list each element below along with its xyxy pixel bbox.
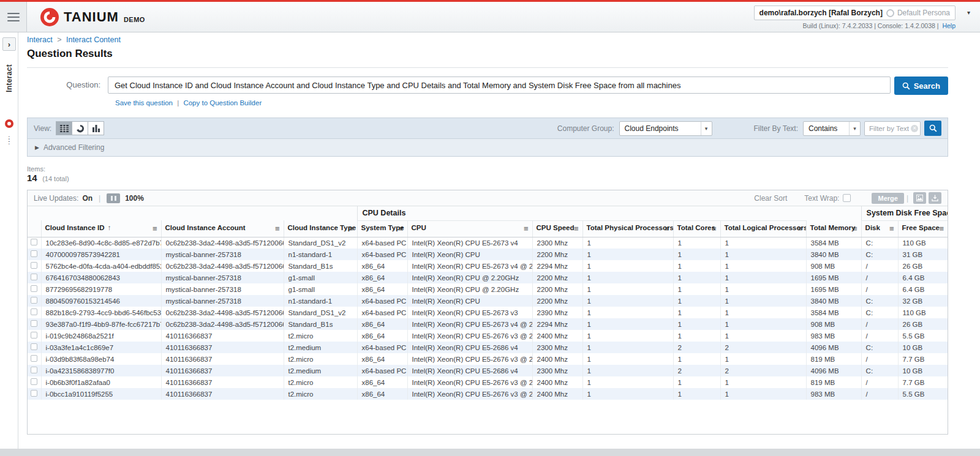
clear-sort-button[interactable]: Clear Sort [754,194,787,203]
row-checkbox[interactable] [31,390,37,397]
title-divider [27,67,948,68]
table-cell: 4070000978573942281 [41,249,161,260]
table-cell: 93e387a0-f1f9-4bb9-87fe-fcc67217b7f3 [41,318,161,330]
breadcrumb-interact[interactable]: Interact [27,36,53,44]
items-label: Items: [27,165,948,173]
column-header[interactable]: ≡CPU Speed [532,220,582,237]
user-menu-caret-icon[interactable]: ▾ [967,9,970,16]
table-row[interactable]: 5762bc4e-d0fa-4cda-a404-edbddf852afb0c62… [28,260,948,272]
results-table: CPU DetailsSystem Disk Free Space≡Cloud … [28,206,948,400]
table-row[interactable]: 4070000978573942281mystical-banner-25731… [28,249,948,260]
question-input[interactable] [108,77,891,94]
table-row[interactable]: 6764167034880062843mystical-banner-25731… [28,272,948,283]
bar-chart-view-button[interactable] [88,121,104,135]
advanced-filtering-label: Advanced Filtering [43,143,104,152]
table-row[interactable]: i-0b6b3f0f1a82afaa0410116366837t2.microx… [28,376,948,388]
table-row[interactable]: i-03a3fe1a4c1c869e7410116366837t2.medium… [28,342,948,353]
row-checkbox[interactable] [31,343,37,350]
row-checkbox[interactable] [31,332,37,338]
table-row[interactable]: 882b18c9-2793-4cc9-bbd6-546fbc53d0fa0c62… [28,307,948,318]
table-cell: C: [861,249,898,260]
brand-suffix: DEMO [124,16,145,23]
save-question-link[interactable]: Save this question [115,99,173,107]
table-cell: 110 GB [898,307,948,318]
clear-filter-icon[interactable]: ✕ [911,125,918,132]
column-header[interactable]: ≡Disk [861,220,898,237]
table-row[interactable]: i-03d9b83f68a98eb74410116366837t2.microx… [28,353,948,365]
column-header[interactable]: ≡Total Logical Processors [720,220,806,237]
table-cell: x64-based PC [357,365,407,376]
computer-group-select[interactable]: Cloud Endpoints ▾ [619,121,712,136]
merge-button[interactable]: Merge [872,193,903,204]
filter-search-button[interactable] [924,121,941,136]
column-header[interactable]: ≡Cloud Instance ID ↑ [41,220,161,237]
advanced-filtering-toggle[interactable]: ▶ Advanced Filtering [28,139,948,156]
table-cell: / [861,353,898,365]
column-header[interactable]: ≡Cloud Instance Type [284,220,357,237]
help-link[interactable]: Help [942,22,956,29]
link-separator: | [177,99,179,107]
user-menu[interactable]: demo\rafal.borzych [Rafal Borzych] Defau… [754,6,956,20]
live-updates-value[interactable]: On [82,194,92,203]
row-checkbox[interactable] [31,378,37,385]
table-row[interactable]: 93e387a0-f1f9-4bb9-87fe-fcc67217b7f30c62… [28,318,948,330]
column-header[interactable]: ≡System Type [357,220,407,237]
table-row[interactable]: 10c283e6-8d90-4c8c-8d85-e872d7b75f8a0c62… [28,237,948,249]
breadcrumb-interact-content[interactable]: Interact Content [66,36,121,44]
question-row: Question: Search [27,77,948,95]
filter-operator-select[interactable]: Contains ▾ [803,121,861,136]
checkbox-cell [28,249,41,260]
table-row[interactable]: i-0a4231586838977f0410116366837t2.medium… [28,365,948,376]
table-cell: 1 [582,260,673,272]
table-cell: 32 GB [898,295,948,307]
column-header[interactable]: ≡CPU [407,220,532,237]
table-cell: 1 [720,376,806,388]
expand-sidebar-button[interactable]: › [2,37,16,51]
column-menu-icon[interactable]: ≡ [524,224,529,233]
table-row[interactable]: 87729695682919778mystical-banner-257318g… [28,283,948,295]
column-menu-icon[interactable]: ≡ [939,224,944,233]
table-cell: 7.7 GB [898,353,948,365]
column-header[interactable]: ≡Total Memory [806,220,861,237]
row-checkbox[interactable] [31,262,37,269]
pause-button[interactable] [107,193,120,203]
column-header[interactable]: ≡Free Space [898,220,948,237]
table-cell: 2 [720,365,806,376]
table-cell: 1 [673,353,720,365]
row-checkbox[interactable] [31,239,37,245]
main-menu-button[interactable] [0,2,27,32]
pie-view-button[interactable] [72,121,88,135]
table-cell: 2294 Mhz [532,260,582,272]
row-checkbox[interactable] [31,320,37,327]
column-header[interactable]: ≡Total Physical Processors [582,220,673,237]
row-checkbox[interactable] [31,367,37,373]
row-checkbox[interactable] [31,355,37,362]
column-menu-icon[interactable]: ≡ [275,224,280,233]
table-row[interactable]: i-019c9b24868a2521f410116366837t2.microx… [28,330,948,342]
grid-view-button[interactable] [56,121,72,135]
donut-chart-icon [76,124,85,133]
copy-to-builder-link[interactable]: Copy to Question Builder [183,99,262,107]
table-cell: 1 [582,376,673,388]
column-header[interactable]: ≡Total Cores [673,220,720,237]
row-checkbox[interactable] [31,285,37,292]
table-cell: 1 [673,376,720,388]
search-button[interactable]: Search [894,77,948,95]
row-checkbox[interactable] [31,308,37,315]
column-header[interactable]: ≡Cloud Instance Account [161,220,284,237]
text-wrap-checkbox[interactable] [843,194,851,202]
table-row[interactable]: i-0bcc1a910119f5255410116366837t2.microx… [28,388,948,400]
column-menu-icon[interactable]: ≡ [574,224,579,233]
export-image-button[interactable] [913,192,926,204]
column-menu-icon[interactable]: ≡ [889,224,894,233]
table-cell: Standard_B1s [284,318,357,330]
table-row[interactable]: 8804509760153214546mystical-banner-25731… [28,295,948,307]
export-data-button[interactable] [929,192,941,204]
table-cell: 1 [582,295,673,307]
row-checkbox[interactable] [31,250,37,257]
column-menu-icon[interactable]: ≡ [153,224,157,233]
row-checkbox[interactable] [31,297,37,304]
tanium-logo[interactable]: TANIUM DEMO [40,2,145,32]
row-checkbox[interactable] [31,274,37,280]
rail-grip-icon[interactable]: ⋮⋮ [6,138,13,143]
